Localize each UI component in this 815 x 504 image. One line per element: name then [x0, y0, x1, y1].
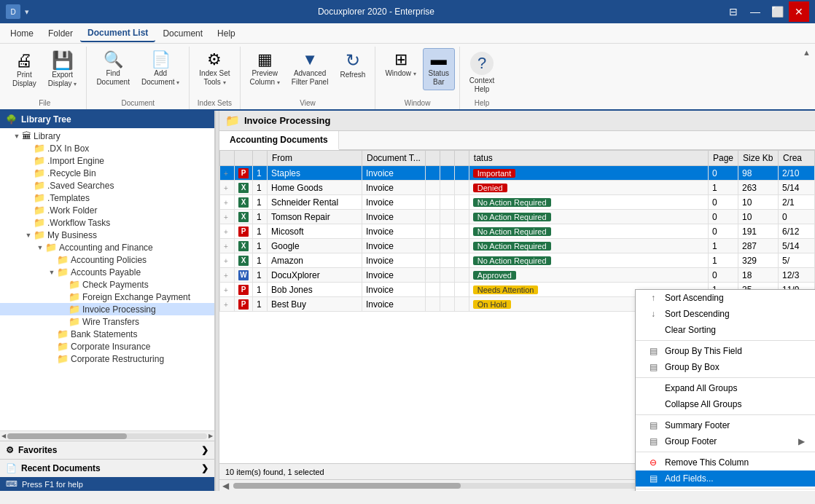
col-header-type-icon[interactable]	[235, 151, 253, 166]
menu-document[interactable]: Document	[155, 25, 210, 42]
tree-node-invoice-processing[interactable]: 📁 Invoice Processing	[0, 303, 214, 315]
tree-node-library[interactable]: ▼ 🏛 Library	[0, 130, 214, 142]
favorites-label: Favorites	[18, 445, 57, 455]
row-expand[interactable]: +	[220, 239, 235, 253]
tree-node-work-folder[interactable]: 📁 .Work Folder	[0, 204, 214, 216]
col-header-number[interactable]	[253, 151, 268, 166]
add-document-button[interactable]: 📄 AddDocument ▾	[136, 48, 184, 90]
row-doctype: Invoice	[362, 253, 426, 268]
close-button[interactable]: ✕	[789, 1, 809, 22]
context-menu-item[interactable]: Clear Sorting	[636, 322, 815, 338]
col-header-status[interactable]: tatus	[469, 151, 708, 166]
row-expand[interactable]: +	[220, 224, 235, 239]
tree-node-check-payments[interactable]: 📁 Check Payments	[0, 278, 214, 291]
refresh-button[interactable]: ↻ Refresh	[335, 48, 370, 83]
row-doctype: Invoice	[362, 239, 426, 253]
tree-node-foreign-exchange[interactable]: 📁 Foreign Exchange Payment	[0, 291, 214, 303]
restore-button[interactable]: ⊟	[723, 1, 744, 22]
row-expand[interactable]: +	[220, 181, 235, 195]
maximize-button[interactable]: ⬜	[767, 1, 787, 22]
row-expand[interactable]: +	[220, 210, 235, 224]
favorites-header[interactable]: ⚙ Favorites ❯	[0, 441, 214, 459]
recent-docs-header[interactable]: 📄 Recent Documents ❯	[0, 460, 214, 477]
context-help-button[interactable]: ? ContextHelp	[464, 48, 499, 98]
table-row[interactable]: + X 1 Google Invoice No Action Required …	[220, 239, 815, 253]
col-header-doctype[interactable]: Document T...	[362, 151, 426, 166]
context-menu-item[interactable]: ↓ Sort Descending	[636, 306, 815, 322]
find-document-button[interactable]: 🔍 FindDocument	[91, 48, 135, 90]
ribbon-collapse-button[interactable]: ▲	[803, 48, 811, 57]
col-header-pages[interactable]: Page	[708, 151, 738, 166]
tree-node-workflow-tasks[interactable]: 📁 .Workflow Tasks	[0, 216, 214, 229]
table-row[interactable]: + P 1 Staples Invoice Important 0 98 2/1…	[220, 166, 815, 181]
table-row[interactable]: + X 1 Amazon Invoice No Action Required …	[220, 253, 815, 268]
dx-inbox-icon: 📁	[34, 143, 45, 154]
tree-node-wire-transfers[interactable]: 📁 Wire Transfers	[0, 315, 214, 328]
menu-home[interactable]: Home	[3, 25, 41, 42]
recent-docs-expand-icon[interactable]: ❯	[201, 463, 208, 473]
advanced-filter-button[interactable]: ▼ AdvancedFilter Panel	[286, 48, 334, 90]
tree-node-dx-inbox[interactable]: 📁 .DX In Box	[0, 142, 214, 154]
tree-horizontal-scroll[interactable]: ◀ ▶	[0, 430, 214, 441]
print-display-button[interactable]: 🖨 PrintDisplay	[7, 48, 42, 92]
export-icon: 💾	[52, 52, 74, 69]
tree-node-templates[interactable]: 📁 .Templates	[0, 192, 214, 204]
row-expand[interactable]: +	[220, 166, 235, 181]
tree-node-saved-searches[interactable]: 📁 .Saved Searches	[0, 179, 214, 192]
tab-label: Accounting Documents	[230, 135, 328, 145]
menu-help[interactable]: Help	[210, 25, 243, 42]
tree-node-recycle-bin[interactable]: 📁 .Recycle Bin	[0, 167, 214, 179]
tree-node-my-business[interactable]: ▼ 📁 My Business	[0, 229, 214, 241]
context-menu-item[interactable]: Collapse All Groups	[636, 396, 815, 412]
status-bar-button[interactable]: ▬ StatusBar	[423, 48, 455, 90]
export-display-button[interactable]: 💾 ExportDisplay ▾	[43, 48, 82, 92]
menu-folder[interactable]: Folder	[41, 25, 80, 42]
scroll-right-arrow[interactable]: ▶	[208, 433, 213, 439]
table-row[interactable]: + X 1 Schneider Rental Invoice No Action…	[220, 195, 815, 210]
row-size: 263	[738, 181, 779, 195]
tab-accounting-documents[interactable]: Accounting Documents	[219, 131, 339, 150]
col-header-col7[interactable]	[440, 151, 454, 166]
col-header-from[interactable]: From	[268, 151, 362, 166]
col-header-expand[interactable]	[220, 151, 235, 166]
context-menu-item[interactable]: ▤ Add Fields...	[636, 470, 815, 487]
table-row[interactable]: + W 1 DocuXplorer Invoice Approved 0 18 …	[220, 268, 815, 283]
col-header-col8[interactable]	[454, 151, 469, 166]
context-menu-item[interactable]: Expand All Groups	[636, 380, 815, 396]
context-menu-item[interactable]: ▤ Group By This Field	[636, 343, 815, 359]
tree-node-corporate-insurance[interactable]: 📁 Corporate Insurance	[0, 340, 214, 353]
col-header-col6[interactable]	[425, 151, 440, 166]
tree-node-accounting-policies[interactable]: 📁 Accounting Policies	[0, 253, 214, 266]
scroll-left-btn[interactable]: ◀	[219, 481, 232, 491]
tree-node-accounting-finance[interactable]: ▼ 📁 Accounting and Finance	[0, 241, 214, 253]
table-row[interactable]: + X 1 Home Goods Invoice Denied 1 263 5/…	[220, 181, 815, 195]
col-header-created[interactable]: Crea	[779, 151, 815, 166]
context-menu-item[interactable]: ▤ Summary Footer	[636, 417, 815, 433]
context-menu-item-label: Remove This Column	[665, 457, 749, 468]
favorites-expand-icon[interactable]: ❯	[201, 445, 208, 455]
index-set-tools-button[interactable]: ⚙ Index SetTools ▾	[194, 48, 235, 90]
window-button[interactable]: ⊞ Window ▾	[380, 48, 421, 82]
row-expand[interactable]: +	[220, 297, 235, 312]
row-expand[interactable]: +	[220, 283, 235, 297]
menu-document-list[interactable]: Document List	[80, 25, 155, 42]
tree-node-accounts-payable[interactable]: ▼ 📁 Accounts Payable	[0, 266, 214, 278]
minimize-button[interactable]: —	[745, 1, 765, 22]
table-row[interactable]: + P 1 Micosoft Invoice No Action Require…	[220, 224, 815, 239]
context-menu-item[interactable]: ▤ Group Footer ▶	[636, 433, 815, 449]
context-menu-item[interactable]: ↑ Sort Ascending	[636, 290, 815, 306]
tree-node-import-engine[interactable]: 📁 .Import Engine	[0, 154, 214, 167]
tree-node-corporate-restructuring[interactable]: 📁 Corporate Restructuring	[0, 353, 214, 365]
context-menu-item[interactable]: ▤ Group By Box	[636, 359, 815, 375]
scroll-left-arrow[interactable]: ◀	[1, 433, 6, 439]
ribbon-group-index-sets: ⚙ Index SetTools ▾ Index Sets	[190, 47, 240, 109]
context-menu-item[interactable]: ⊖ Remove This Column	[636, 454, 815, 470]
tree-node-bank-statements[interactable]: 📁 Bank Statements	[0, 328, 214, 340]
row-expand[interactable]: +	[220, 195, 235, 210]
table-row[interactable]: + X 1 Tomson Repair Invoice No Action Re…	[220, 210, 815, 224]
col-header-size[interactable]: Size Kb	[738, 151, 779, 166]
preview-column-button[interactable]: ▦ PreviewColumn ▾	[245, 48, 285, 90]
row-number: 1	[253, 210, 268, 224]
row-expand[interactable]: +	[220, 268, 235, 283]
row-expand[interactable]: +	[220, 253, 235, 268]
